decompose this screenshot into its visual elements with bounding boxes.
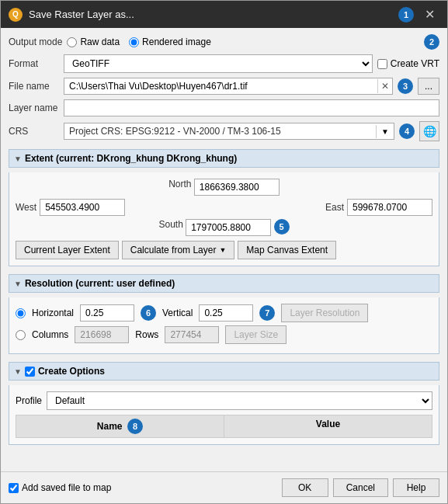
calculate-from-layer-button[interactable]: Calculate from Layer ▼ [122, 241, 235, 259]
map-canvas-extent-button[interactable]: Map Canvas Extent [238, 241, 336, 259]
browse-button[interactable]: ... [418, 78, 439, 95]
layer-name-row: Layer name [9, 99, 439, 116]
save-raster-dialog: Q Save Raster Layer as... 1 ✕ Output mod… [0, 0, 448, 504]
name-value-header: Name 8 Value [16, 415, 432, 438]
create-options-collapse-arrow: ▼ [14, 367, 22, 376]
profile-select[interactable]: Default [47, 391, 432, 410]
west-label: West [16, 202, 36, 213]
south-input[interactable] [186, 219, 271, 236]
raw-data-option[interactable]: Raw data [67, 36, 120, 47]
badge-3: 3 [398, 78, 413, 94]
crs-row: CRS Project CRS: EPSG:9212 - VN-2000 / T… [9, 121, 439, 141]
resolution-section-header[interactable]: ▼ Resolution (current: user defined) [9, 274, 439, 293]
extent-collapse-arrow: ▼ [14, 155, 22, 163]
resolution-content: Horizontal 6 Vertical 7 Layer Resolution… [9, 297, 439, 354]
raw-data-label: Raw data [80, 36, 120, 47]
format-select[interactable]: GeoTIFF [64, 54, 373, 73]
badge-2: 2 [424, 34, 439, 50]
rows-label: Rows [135, 329, 158, 340]
create-vrt-checkbox[interactable] [377, 59, 387, 69]
east-label: East [325, 202, 344, 213]
columns-row: Columns Rows Layer Size [16, 325, 432, 344]
rendered-image-radio[interactable] [129, 37, 139, 47]
create-options-content: Profile Default Name 8 Value [9, 385, 439, 445]
profile-label: Profile [16, 395, 42, 406]
north-input[interactable] [194, 179, 280, 196]
window-title: Save Raster Layer as... [29, 9, 392, 20]
south-row: South 5 [16, 219, 432, 236]
extent-section-label: Extent (current: DKrong_khung DKrong_khu… [25, 153, 237, 164]
north-label: North [168, 179, 191, 196]
close-button[interactable]: ✕ [420, 5, 439, 23]
footer-buttons: OK Cancel Help [282, 478, 439, 497]
qgis-icon: Q [9, 8, 23, 22]
extent-content: North West East South [9, 172, 439, 266]
layer-size-button[interactable]: Layer Size [225, 325, 287, 344]
globe-icon: 🌐 [423, 125, 436, 137]
main-content: Output mode Raw data Rendered image 2 Fo… [1, 28, 447, 471]
output-mode-radio-group: Raw data Rendered image [67, 36, 210, 47]
cancel-button[interactable]: Cancel [333, 478, 388, 497]
crs-dropdown-arrow[interactable]: ▼ [376, 125, 394, 138]
layer-name-input[interactable] [64, 99, 439, 116]
horizontal-input[interactable] [80, 304, 134, 322]
calculate-from-layer-label: Calculate from Layer [130, 245, 217, 255]
badge-1: 1 [398, 7, 414, 23]
help-button[interactable]: Help [393, 478, 439, 497]
south-label: South [158, 219, 182, 236]
layer-resolution-button[interactable]: Layer Resolution [281, 304, 368, 322]
format-row: Format GeoTIFF Create VRT [9, 54, 439, 73]
extent-section-header[interactable]: ▼ Extent (current: DKrong_khung DKrong_k… [9, 149, 439, 168]
file-input-wrap: ✕ [64, 78, 393, 95]
file-clear-button[interactable]: ✕ [377, 79, 392, 93]
name-col-label: Name [97, 421, 123, 432]
rows-input[interactable] [165, 326, 219, 343]
extent-buttons: Current Layer Extent Calculate from Laye… [16, 241, 432, 259]
create-vrt-group: Create VRT [377, 58, 439, 69]
create-options-section-label: Create Options [38, 366, 105, 377]
vertical-input[interactable] [199, 304, 253, 322]
footer: Add saved file to map OK Cancel Help [1, 471, 447, 503]
columns-label: Columns [32, 329, 68, 340]
horizontal-label: Horizontal [32, 308, 74, 318]
crs-value: Project CRS: EPSG:9212 - VN-2000 / TM-3 … [64, 123, 376, 139]
file-name-label: File name [9, 81, 59, 92]
north-row: North [16, 179, 432, 196]
rendered-image-option[interactable]: Rendered image [129, 36, 211, 47]
badge-4: 4 [399, 123, 415, 139]
columns-radio[interactable] [16, 330, 26, 340]
west-east-row: West East [16, 199, 432, 216]
badge-6: 6 [141, 305, 156, 321]
east-group: East [325, 199, 432, 216]
name-column-header: Name 8 [16, 415, 224, 437]
crs-select-wrap: Project CRS: EPSG:9212 - VN-2000 / TM-3 … [64, 123, 394, 140]
rendered-image-label: Rendered image [142, 36, 211, 47]
value-column-header: Value [224, 415, 432, 437]
badge-8: 8 [127, 419, 143, 434]
create-vrt-label: Create VRT [391, 58, 439, 69]
raw-data-radio[interactable] [67, 37, 77, 47]
footer-left: Add saved file to map [9, 482, 276, 493]
file-name-row: File name ✕ 3 ... [9, 78, 439, 95]
add-saved-label: Add saved file to map [22, 482, 111, 493]
calculate-dropdown-arrow: ▼ [219, 246, 226, 254]
create-options-section-header[interactable]: ▼ Create Options [9, 362, 439, 381]
columns-input[interactable] [75, 326, 129, 343]
crs-label: CRS [9, 126, 59, 137]
output-mode-row: Output mode Raw data Rendered image 2 [9, 34, 439, 50]
create-options-checkbox[interactable] [25, 367, 35, 377]
layer-name-label: Layer name [9, 103, 59, 113]
add-saved-checkbox[interactable] [9, 483, 19, 493]
horizontal-row: Horizontal 6 Vertical 7 Layer Resolution [16, 304, 432, 322]
crs-globe-button[interactable]: 🌐 [419, 121, 439, 141]
resolution-section-label: Resolution (current: user defined) [25, 278, 175, 289]
horizontal-radio[interactable] [16, 308, 26, 318]
ok-button[interactable]: OK [282, 478, 328, 497]
current-layer-extent-button[interactable]: Current Layer Extent [16, 241, 119, 259]
output-mode-label: Output mode [9, 36, 62, 47]
east-input[interactable] [347, 199, 432, 216]
badge-7: 7 [259, 305, 275, 321]
file-name-input[interactable] [64, 78, 377, 94]
west-input[interactable] [40, 199, 125, 216]
title-bar: Q Save Raster Layer as... 1 ✕ [1, 1, 447, 28]
